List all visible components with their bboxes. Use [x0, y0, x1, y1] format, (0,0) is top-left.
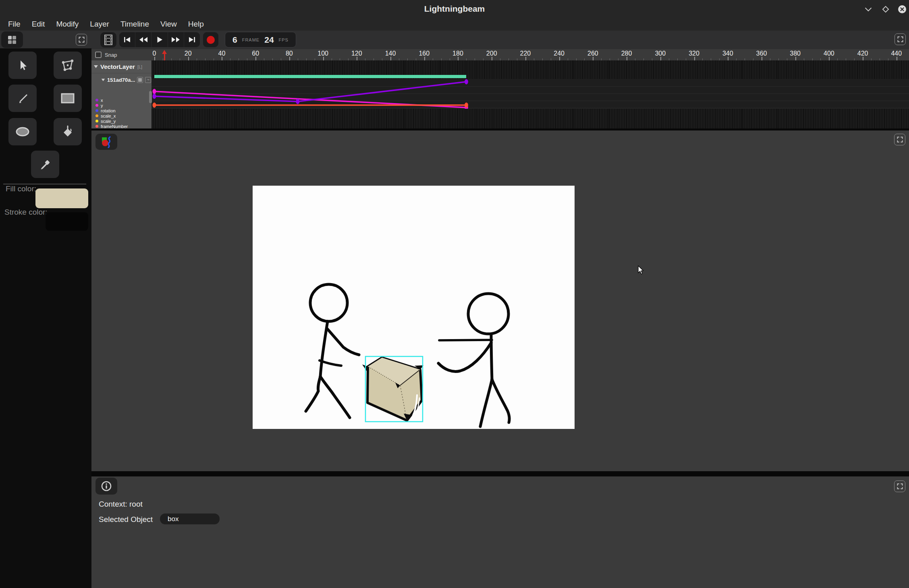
collapse-triangle-icon[interactable]: [94, 65, 98, 68]
keyframe-x[interactable]: [465, 79, 468, 85]
ruler-tick: [897, 57, 897, 60]
layer-row[interactable]: VectorLayer [L]: [91, 60, 152, 73]
ruler-tick: [627, 57, 627, 60]
menu-timeline[interactable]: Timeline: [115, 20, 155, 29]
menu-view[interactable]: View: [155, 20, 183, 29]
tool-sidebar: Fill color: Stroke color:: [0, 31, 91, 588]
checkbox-fill-icon: [138, 78, 142, 82]
ruler-label: 40: [213, 50, 230, 57]
panel-scrollbar[interactable]: [149, 91, 152, 103]
keyframe-frameNumber[interactable]: [465, 103, 468, 108]
keyframe-frameNumber[interactable]: [153, 103, 156, 108]
select-tool-button[interactable]: [8, 52, 37, 79]
property-row-frameNumber[interactable]: frameNumber: [95, 124, 128, 129]
selected-object-input[interactable]: box: [160, 513, 220, 524]
ruler-label: 340: [719, 50, 737, 57]
ruler-tick: [289, 57, 290, 60]
info-panel-expand-button[interactable]: [894, 480, 905, 492]
property-row-x[interactable]: x: [95, 97, 128, 103]
frame-value: 6: [232, 35, 237, 45]
rewind-icon: [139, 37, 148, 43]
menu-edit[interactable]: Edit: [26, 20, 51, 29]
menu-bar: FileEditModifyLayerTimelineViewHelp: [0, 18, 909, 31]
fast-forward-button[interactable]: [168, 32, 184, 47]
info-tab-button[interactable]: [95, 478, 117, 495]
ruler-label: 420: [854, 50, 872, 57]
record-button[interactable]: [203, 32, 218, 47]
menu-modify[interactable]: Modify: [50, 20, 84, 29]
object-row[interactable]: 151ad70a... ~: [91, 75, 152, 85]
skip-to-end-button[interactable]: [184, 32, 200, 47]
layer-span-bar[interactable]: [154, 75, 466, 78]
canvas-panel: [91, 130, 909, 471]
layer-suffix: [L]: [137, 64, 142, 69]
menu-help[interactable]: Help: [183, 20, 210, 29]
menu-layer[interactable]: Layer: [84, 20, 115, 29]
ruler-tick: [222, 57, 222, 60]
object-visibility-toggle[interactable]: [137, 77, 143, 83]
fill-tool-button[interactable]: [54, 118, 82, 145]
skip-start-icon: [124, 37, 131, 43]
maximize-icon[interactable]: [881, 4, 890, 14]
ellipse-icon: [15, 126, 30, 137]
close-icon[interactable]: [897, 4, 907, 14]
ruler-tick: [525, 57, 526, 60]
paint-bucket-icon: [61, 125, 75, 139]
minimize-icon[interactable]: [863, 4, 873, 14]
panel-grid-button[interactable]: [1, 31, 23, 48]
skip-to-start-button[interactable]: [119, 32, 135, 47]
sidebar-expand-button[interactable]: [76, 34, 87, 46]
rectangle-tool-button[interactable]: [54, 85, 82, 112]
box-object[interactable]: [362, 358, 423, 420]
menu-file[interactable]: File: [2, 20, 26, 29]
playback-toolbar: 6 FRAME 24 FPS: [91, 31, 909, 49]
film-button[interactable]: [100, 32, 116, 48]
transform-tool-button[interactable]: [54, 52, 82, 79]
ellipse-tool-button[interactable]: [8, 118, 37, 145]
snap-checkbox[interactable]: [95, 52, 102, 58]
object-tilde-button[interactable]: ~: [145, 77, 151, 83]
lower-track-strip[interactable]: [152, 109, 909, 128]
timeline-ruler[interactable]: 0204060801001201401601802002202402602803…: [152, 49, 909, 60]
playhead[interactable]: [162, 50, 167, 60]
stick-figure-right[interactable]: [438, 294, 509, 427]
property-name: scale_y: [101, 119, 116, 124]
vector-shapes-logo-icon: [100, 135, 113, 149]
expand-icon: [897, 137, 903, 143]
property-row-scale_y[interactable]: scale_y: [95, 118, 128, 124]
grid-icon: [8, 35, 17, 44]
scene-tab-button[interactable]: [95, 134, 117, 150]
rectangle-icon: [61, 93, 75, 104]
property-row-scale_x[interactable]: scale_x: [95, 113, 128, 118]
playback-controls: [119, 32, 200, 47]
play-button[interactable]: [152, 32, 168, 47]
property-row-y[interactable]: y: [95, 103, 128, 108]
keyframe-x[interactable]: [153, 94, 156, 99]
property-name: rotation: [101, 108, 116, 113]
stick-figure-left[interactable]: [306, 284, 359, 418]
record-icon: [206, 35, 215, 44]
ruler-tick: [390, 57, 391, 60]
curve-x[interactable]: [154, 82, 466, 101]
eyedropper-tool-button[interactable]: [31, 151, 59, 178]
property-name: frameNumber: [101, 124, 128, 129]
ruler-tick: [863, 57, 863, 60]
stroke-color-swatch[interactable]: [46, 212, 88, 231]
curve-graph-area[interactable]: [152, 79, 909, 109]
ruler-tick: [424, 57, 425, 60]
toolbar-expand-button[interactable]: [894, 33, 906, 45]
ruler-label: 300: [652, 50, 669, 57]
collapse-triangle-icon[interactable]: [102, 79, 105, 81]
sidebar-header: [0, 31, 91, 48]
keyframe-y[interactable]: [153, 89, 156, 94]
playhead-stem: [164, 53, 165, 60]
rewind-button[interactable]: [135, 32, 152, 47]
ruler-label: 60: [247, 50, 264, 57]
canvas-expand-button[interactable]: [894, 134, 905, 145]
pencil-tool-button[interactable]: [8, 85, 37, 112]
fill-color-swatch[interactable]: [35, 188, 88, 208]
property-row-rotation[interactable]: rotation: [95, 108, 128, 113]
keyframe-x[interactable]: [296, 99, 299, 104]
info-panel: Context: root Selected Object box: [91, 476, 909, 588]
drawing-canvas[interactable]: [253, 186, 575, 429]
